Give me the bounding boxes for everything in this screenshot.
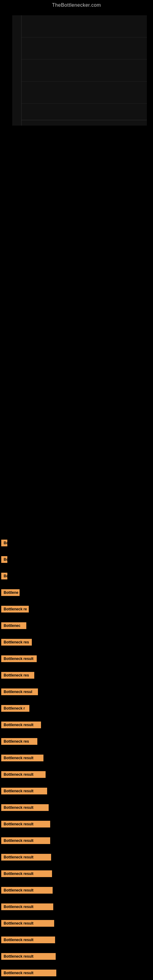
list-item: Bo [1,555,153,563]
bottleneck-label[interactable]: Bottleneck result [1,953,56,960]
list-item: Bottleneck result [1,787,153,795]
bottleneck-label[interactable]: Bo [1,556,7,563]
list-item: Bottleneck result [1,721,153,729]
list-item: Bottleneck result [1,754,153,762]
bottleneck-label[interactable]: Bottleneck result [1,920,54,927]
list-item: Bottleneck resul [1,688,153,696]
list-item: Bottleneck result [1,936,153,944]
bottleneck-label[interactable]: Bottleneck result [1,837,50,844]
bottleneck-label[interactable]: Bottleneck result [1,788,47,794]
list-item: Bottleneck res [1,737,153,745]
bottleneck-label[interactable]: Bottleneck result [1,854,51,861]
list-item: Bottleneck result [1,870,153,878]
bottleneck-label[interactable]: Bottleneck res [1,672,34,679]
bottleneck-label[interactable]: Bottleneck result [1,755,43,761]
list-item: Bottleneck result [1,853,153,861]
bottleneck-label[interactable]: Bottleneck result [1,970,56,976]
bottleneck-label[interactable]: Bottleneck result [1,821,50,827]
bottleneck-label[interactable]: Bottleneck result [1,937,55,943]
list-item: Bottleneck result [1,803,153,811]
bottleneck-label[interactable]: Bottleneck result [1,904,53,910]
chart-area [0,9,153,138]
bottleneck-label[interactable]: Bottleneck r [1,705,29,712]
bottleneck-label[interactable]: Bottlenec [1,622,26,629]
list-item: Bottleneck result [1,920,153,928]
bottleneck-label[interactable]: Bottleneck result [1,870,52,877]
list-item: Bo [1,539,153,547]
bottleneck-label[interactable]: Bo [1,539,7,546]
chart-inner [12,15,147,126]
list-item: Bottleneck res [1,671,153,679]
bottleneck-label[interactable]: Bottleneck result [1,655,37,662]
list-item: Bottleneck result [1,886,153,894]
list-item: Bottleneck result [1,837,153,845]
bottleneck-label[interactable]: Bo [1,573,7,579]
bottleneck-label[interactable]: Bottleneck result [1,771,46,778]
list-item: Bottleneck result [1,969,153,977]
site-title: TheBottlenecker.com [52,0,101,8]
list-item: Bottlene [1,589,153,597]
site-title-container: TheBottlenecker.com [0,0,153,9]
list-item: Bo [1,572,153,580]
list-item: Bottleneck r [1,705,153,712]
bottleneck-label[interactable]: Bottleneck result [1,887,53,894]
bottleneck-label[interactable]: Bottleneck re [1,606,29,612]
bottleneck-label[interactable]: Bottleneck resul [1,689,38,695]
bottleneck-label[interactable]: Bottleneck res [1,738,37,745]
list-item: Bottlenec [1,622,153,630]
list-item: Bottleneck re [1,605,153,613]
bottleneck-label[interactable]: Bottleneck res [1,639,32,646]
bottleneck-label[interactable]: Bottleneck result [1,804,49,811]
list-item: Bottleneck result [1,953,153,960]
list-item: Bottleneck result [1,903,153,911]
list-item: Bottleneck res [1,638,153,646]
chart-svg [12,15,147,126]
items-section: Bo Bo Bo Bottlene Bottleneck re Bottlene… [0,138,153,980]
bottleneck-label[interactable]: Bottlene [1,589,19,596]
list-item: Bottleneck result [1,770,153,778]
list-item: Bottleneck result [1,820,153,828]
bottleneck-label[interactable]: Bottleneck result [1,722,41,728]
list-item: Bottleneck result [1,655,153,663]
